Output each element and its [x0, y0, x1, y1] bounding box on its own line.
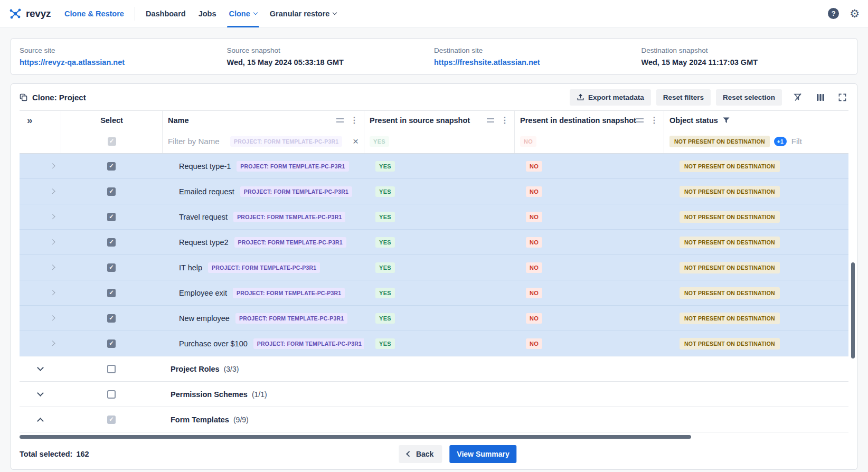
- group-expand-chevron-icon[interactable]: [37, 390, 44, 397]
- top-nav: revyz Clone & Restore Dashboard Jobs Clo…: [0, 0, 868, 27]
- status-chip: NOT PRESENT ON DESTINATION: [680, 161, 780, 172]
- column-menu-icon[interactable]: ⋮: [650, 116, 658, 125]
- clear-filter-icon[interactable]: [791, 91, 805, 103]
- status-filter-chip[interactable]: NOT PRESENT ON DESTINATION: [669, 136, 770, 147]
- row-checkbox[interactable]: ✓: [107, 187, 116, 196]
- row-expand-chevron-icon[interactable]: [50, 341, 55, 346]
- row-expand-chevron-icon[interactable]: [50, 189, 55, 194]
- status-chip: NOT PRESENT ON DESTINATION: [680, 211, 780, 223]
- table-row[interactable]: ✓ Purchase over $100PROJECT: FORM TEMPLA…: [20, 331, 848, 356]
- row-expand-chevron-icon[interactable]: [50, 164, 55, 168]
- fullscreen-icon[interactable]: [836, 91, 848, 103]
- nav-clone-restore-link[interactable]: Clone & Restore: [62, 0, 130, 27]
- total-selected: Total selected: 162: [20, 450, 89, 458]
- group-checkbox[interactable]: [107, 390, 116, 399]
- row-name: New employee: [179, 314, 230, 323]
- header-name: Name ⋮: [162, 111, 364, 129]
- column-menu-icon[interactable]: ⋮: [501, 116, 509, 125]
- brand-logo[interactable]: revyz: [8, 7, 51, 21]
- column-drag-handle-icon[interactable]: [636, 118, 644, 122]
- table-row[interactable]: ✓ Request type2PROJECT: FORM TEMPLATE-PC…: [20, 230, 848, 255]
- card-header: Clone: Project Export metadata Reset fil…: [11, 84, 857, 110]
- source-snapshot-label: Source snapshot: [227, 46, 435, 54]
- table-row[interactable]: ✓ New employeePROJECT: FORM TEMPLATE-PC-…: [20, 306, 848, 331]
- gear-icon[interactable]: ⚙: [850, 8, 860, 19]
- nav-item-jobs[interactable]: Jobs: [192, 0, 223, 27]
- source-site-link[interactable]: https://revyz-qa.atlassian.net: [20, 58, 227, 67]
- source-pill: YES: [375, 338, 395, 349]
- revyz-logo-icon: [8, 7, 22, 21]
- group-row-permission-schemes[interactable]: Permission Schemes (1/1): [20, 382, 848, 407]
- clear-filter-x-icon[interactable]: ×: [353, 136, 358, 146]
- row-expand-chevron-icon[interactable]: [50, 290, 55, 295]
- help-icon[interactable]: ?: [828, 8, 839, 19]
- destination-site-link[interactable]: https://freshsite.atlassian.net: [434, 58, 641, 67]
- column-menu-icon[interactable]: ⋮: [350, 116, 358, 125]
- filter-name-col: PROJECT: FORM TEMPLATE-PC-P3R1 ×: [162, 129, 364, 153]
- row-expand-chevron-icon[interactable]: [50, 214, 55, 219]
- columns-icon[interactable]: [814, 91, 827, 103]
- export-icon: [577, 93, 584, 101]
- column-drag-handle-icon[interactable]: [487, 118, 494, 122]
- row-checkbox[interactable]: ✓: [107, 238, 116, 247]
- column-drag-handle-icon[interactable]: [336, 118, 344, 122]
- reset-filters-button[interactable]: Reset filters: [656, 89, 711, 106]
- filter-status-col: NOT PRESENT ON DESTINATION +1 Filt: [664, 129, 848, 153]
- row-tag: PROJECT: FORM TEMPLATE-PC-P3R1: [240, 186, 352, 197]
- status-filter-more-badge[interactable]: +1: [774, 137, 787, 146]
- row-expand-chevron-icon[interactable]: [50, 316, 55, 320]
- nav-item-dashboard[interactable]: Dashboard: [139, 0, 192, 27]
- nav-item-clone-label: Clone: [229, 10, 250, 18]
- group-row-form-templates[interactable]: ✓ Form Templates (9/9): [20, 407, 848, 432]
- expand-all-icon[interactable]: »: [27, 115, 33, 125]
- destination-pill: NO: [526, 313, 542, 324]
- destination-pill: NO: [526, 186, 542, 197]
- source-pill: YES: [375, 212, 395, 222]
- status-chip: NOT PRESENT ON DESTINATION: [680, 186, 780, 197]
- row-tag: PROJECT: FORM TEMPLATE-PC-P3R1: [235, 313, 347, 324]
- destination-snapshot-value: Wed, 15 May 2024 11:17:03 GMT: [641, 58, 849, 67]
- export-metadata-button[interactable]: Export metadata: [570, 89, 651, 106]
- filter-expand-col: [20, 129, 61, 153]
- row-checkbox[interactable]: ✓: [107, 339, 116, 348]
- group-expand-chevron-icon[interactable]: [37, 364, 44, 371]
- horizontal-scrollbar[interactable]: [20, 435, 691, 439]
- group-count: (1/1): [252, 390, 267, 399]
- status-filter-placeholder: Filt: [791, 137, 802, 146]
- name-filter-input[interactable]: [168, 137, 230, 146]
- horizontal-scroll-track: [20, 432, 848, 441]
- row-checkbox[interactable]: ✓: [107, 289, 116, 297]
- view-summary-button[interactable]: View Summary: [449, 445, 516, 463]
- table-row[interactable]: ✓ Travel requestPROJECT: FORM TEMPLATE-P…: [20, 204, 848, 230]
- nav-item-clone[interactable]: Clone: [223, 0, 263, 27]
- row-expand-chevron-icon[interactable]: [50, 265, 55, 270]
- row-checkbox[interactable]: ✓: [107, 162, 116, 171]
- row-checkbox[interactable]: ✓: [107, 213, 116, 221]
- row-checkbox[interactable]: ✓: [107, 263, 116, 272]
- group-name: Project Roles: [171, 365, 220, 373]
- destination-pill: NO: [526, 212, 542, 222]
- table-row[interactable]: ✓ Employee exitPROJECT: FORM TEMPLATE-PC…: [20, 280, 848, 306]
- table-row[interactable]: ✓ IT helpPROJECT: FORM TEMPLATE-PC-P3R1 …: [20, 255, 848, 280]
- nav-item-granular-restore[interactable]: Granular restore: [263, 0, 343, 27]
- card-footer: Total selected: 162 Back View Summary: [11, 441, 857, 469]
- row-checkbox[interactable]: ✓: [107, 314, 116, 323]
- row-tag: PROJECT: FORM TEMPLATE-PC-P3R1: [233, 288, 345, 298]
- vertical-scrollbar[interactable]: [851, 262, 855, 358]
- group-checkbox[interactable]: [107, 365, 116, 373]
- reset-selection-button[interactable]: Reset selection: [716, 89, 782, 106]
- row-expand-chevron-icon[interactable]: [50, 240, 55, 244]
- back-button[interactable]: Back: [399, 445, 442, 463]
- row-tag: PROJECT: FORM TEMPLATE-PC-P3R1: [237, 161, 348, 172]
- filter-funnel-icon[interactable]: [723, 117, 730, 124]
- table-row[interactable]: ✓ Request type-1PROJECT: FORM TEMPLATE-P…: [20, 154, 848, 179]
- row-tag: PROJECT: FORM TEMPLATE-PC-P3R1: [234, 237, 346, 248]
- table-row[interactable]: ✓ Emailed requestPROJECT: FORM TEMPLATE-…: [20, 179, 848, 204]
- group-collapse-chevron-icon[interactable]: [37, 418, 44, 424]
- group-row-project-roles[interactable]: Project Roles (3/3): [20, 356, 848, 382]
- filter-destination-col: NO: [514, 129, 664, 153]
- check-icon: ✓: [109, 290, 114, 296]
- group-checkbox[interactable]: ✓: [107, 416, 116, 424]
- header-source: Present in source snapshot ⋮: [364, 111, 514, 129]
- snapshot-info-panel: Source site https://revyz-qa.atlassian.n…: [11, 38, 857, 75]
